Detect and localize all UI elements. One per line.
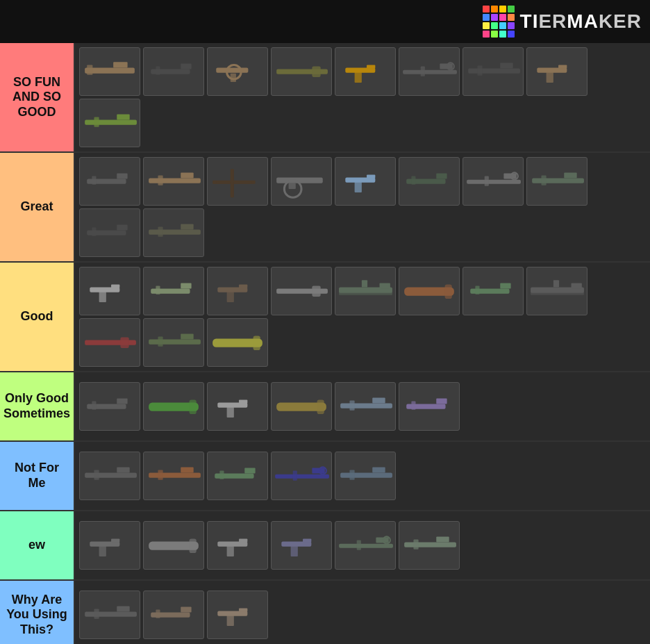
svg-rect-140: [117, 606, 129, 611]
svg-rect-114: [275, 474, 329, 478]
svg-rect-76: [500, 283, 510, 288]
weapon-launcher-4[interactable]: [271, 382, 332, 431]
weapon-assault-rifle-1[interactable]: [79, 47, 140, 96]
weapon-pistol-gold[interactable]: [335, 47, 396, 96]
weapon-smg-5[interactable]: [143, 267, 204, 315]
svg-rect-79: [531, 292, 584, 295]
weapon-revolver-1[interactable]: [207, 47, 268, 96]
weapon-smg-9[interactable]: [207, 452, 268, 500]
weapon-pistol-5[interactable]: [207, 267, 268, 315]
svg-rect-100: [372, 397, 385, 403]
weapon-rifle-7[interactable]: [335, 382, 396, 431]
svg-rect-116: [293, 470, 297, 480]
weapon-pistol-4[interactable]: [79, 267, 140, 315]
weapon-launcher-2[interactable]: [207, 318, 268, 367]
svg-rect-13: [367, 65, 375, 68]
weapon-pistol-9[interactable]: [271, 521, 332, 570]
weapon-smg-8[interactable]: [399, 382, 460, 431]
tier-items-c: [75, 372, 650, 440]
svg-rect-26: [94, 117, 99, 126]
svg-rect-138: [413, 539, 418, 549]
weapon-rifle-9[interactable]: [143, 452, 204, 500]
weapon-smg-6[interactable]: [462, 267, 524, 315]
tier-label-a: Great: [0, 153, 75, 261]
weapon-rifle-5[interactable]: [143, 208, 204, 257]
tier-label-c: Only Good Sometimes: [0, 372, 75, 440]
weapon-shotgun-1[interactable]: [271, 47, 332, 96]
weapon-smg-3[interactable]: [399, 157, 460, 206]
svg-rect-59: [99, 292, 106, 302]
weapon-sniper-2[interactable]: [462, 157, 524, 206]
weapon-rifle-11[interactable]: [399, 521, 460, 570]
weapon-rifle-3[interactable]: [143, 157, 204, 206]
svg-rect-109: [181, 467, 193, 472]
svg-rect-147: [239, 608, 247, 611]
svg-rect-99: [340, 403, 392, 408]
svg-rect-119: [372, 467, 385, 472]
weapon-rifle-1[interactable]: [462, 47, 524, 96]
svg-rect-22: [547, 72, 553, 83]
svg-rect-70: [339, 292, 392, 295]
svg-rect-58: [90, 287, 119, 292]
weapon-pistol-10[interactable]: [207, 591, 268, 639]
svg-rect-51: [541, 175, 546, 185]
svg-rect-68: [312, 286, 320, 296]
svg-rect-54: [92, 227, 96, 236]
weapon-sniper-1[interactable]: [399, 47, 460, 96]
weapon-smg-4[interactable]: [79, 208, 140, 257]
weapon-pistol-8[interactable]: [207, 521, 268, 570]
svg-rect-139: [85, 611, 137, 616]
weapon-smg-7[interactable]: [79, 382, 140, 431]
weapon-shotgun-2[interactable]: [271, 267, 332, 315]
svg-rect-77: [475, 286, 479, 294]
svg-rect-108: [149, 472, 201, 477]
svg-rect-133: [376, 537, 388, 543]
svg-rect-118: [340, 472, 392, 477]
weapon-rifle-12[interactable]: [79, 591, 140, 639]
weapon-pistol-6[interactable]: [207, 382, 268, 431]
svg-rect-23: [558, 65, 567, 68]
weapon-tommy-gun[interactable]: [271, 157, 332, 206]
svg-rect-112: [244, 468, 255, 473]
tier-label-f: Why Are You Using This?: [0, 581, 75, 644]
svg-rect-106: [117, 467, 129, 472]
svg-rect-104: [411, 401, 415, 409]
svg-rect-131: [303, 538, 311, 542]
svg-rect-130: [291, 546, 298, 556]
tier-row-d: Not For Me: [0, 442, 650, 511]
weapon-pistol-2[interactable]: [526, 47, 588, 96]
weapon-shotgun-3[interactable]: [79, 318, 140, 367]
weapon-smg-2[interactable]: [79, 157, 140, 206]
weapon-smg-10[interactable]: [143, 591, 204, 639]
weapon-crossbow[interactable]: [207, 157, 268, 206]
svg-rect-12: [355, 72, 362, 83]
weapon-pistol-3[interactable]: [335, 157, 396, 206]
weapon-rifle-6[interactable]: [143, 318, 204, 367]
weapon-sniper-3[interactable]: [271, 452, 332, 500]
weapon-lmg-1[interactable]: [335, 267, 396, 315]
weapon-launcher-1[interactable]: [399, 267, 460, 315]
svg-rect-113: [219, 470, 224, 479]
svg-rect-56: [181, 224, 193, 229]
svg-rect-85: [181, 333, 193, 339]
svg-rect-60: [111, 284, 119, 288]
svg-rect-30: [149, 178, 201, 183]
svg-rect-141: [94, 609, 99, 618]
svg-rect-53: [117, 224, 127, 230]
weapon-rifle-2[interactable]: [79, 99, 140, 147]
svg-rect-18: [468, 68, 520, 73]
weapon-smg-1[interactable]: [143, 47, 204, 96]
svg-rect-5: [156, 66, 160, 74]
weapon-rifle-10[interactable]: [335, 452, 396, 500]
weapon-lmg-2[interactable]: [526, 267, 588, 315]
weapon-rifle-4[interactable]: [526, 157, 588, 206]
weapon-pistol-7[interactable]: [79, 521, 140, 570]
weapon-rifle-8[interactable]: [79, 452, 140, 500]
weapon-launcher-5[interactable]: [143, 521, 204, 570]
tier-items-d: [75, 442, 650, 510]
svg-rect-8: [231, 74, 236, 82]
weapon-sniper-4[interactable]: [335, 521, 396, 570]
weapon-launcher-3[interactable]: [143, 382, 204, 431]
svg-rect-137: [436, 536, 449, 542]
svg-rect-144: [156, 609, 160, 618]
